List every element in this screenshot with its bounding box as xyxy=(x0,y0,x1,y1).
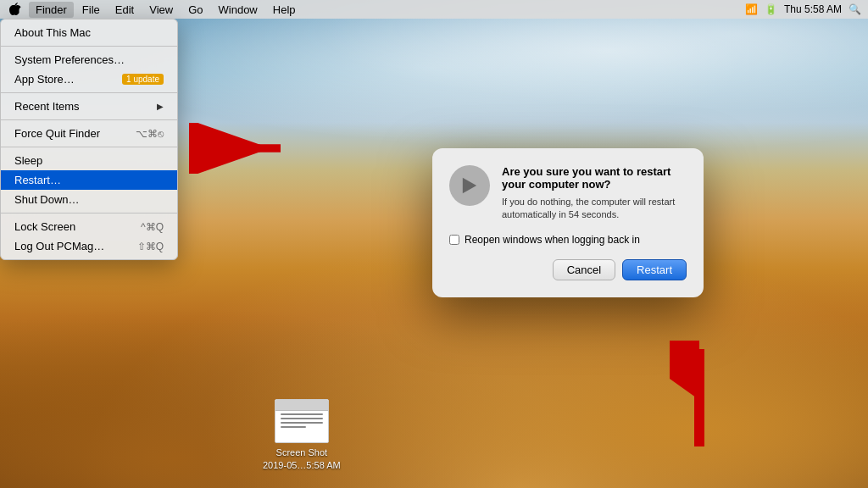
lock-screen-shortcut: ^⌘Q xyxy=(141,221,164,233)
log-out[interactable]: Log Out PCMag… ⇧⌘Q xyxy=(1,236,177,256)
lock-screen[interactable]: Lock Screen ^⌘Q xyxy=(1,217,177,236)
restart-dialog: Are you sure you want to restart your co… xyxy=(432,148,704,297)
shut-down[interactable]: Shut Down… xyxy=(1,190,177,209)
app-store[interactable]: App Store… 1 update xyxy=(1,69,177,89)
restart[interactable]: Restart… xyxy=(1,170,177,190)
window-menu[interactable]: Window xyxy=(212,2,264,18)
dialog-content: Are you sure you want to restart your co… xyxy=(449,165,687,222)
app-store-badge: 1 update xyxy=(122,74,164,85)
arrow-left-indicator xyxy=(182,123,284,177)
icon-decoration xyxy=(281,413,323,430)
svg-marker-2 xyxy=(463,178,476,194)
help-menu[interactable]: Help xyxy=(266,2,303,18)
recent-items[interactable]: Recent Items ▶ xyxy=(1,97,177,116)
dialog-title: Are you sure you want to restart your co… xyxy=(502,165,687,191)
wifi-icon[interactable]: 📶 xyxy=(745,3,758,15)
dialog-text: Are you sure you want to restart your co… xyxy=(502,165,687,222)
about-this-mac[interactable]: About This Mac xyxy=(1,23,177,42)
battery-icon: 🔋 xyxy=(765,3,777,15)
edit-menu[interactable]: Edit xyxy=(108,2,141,18)
reopen-windows-checkbox[interactable] xyxy=(449,235,459,245)
restart-button[interactable]: Restart xyxy=(622,259,687,280)
view-menu[interactable]: View xyxy=(142,2,180,18)
apple-menu-dropdown: About This Mac System Preferences… App S… xyxy=(0,19,178,260)
icon-label: Screen Shot 2019-05…5:58 AM xyxy=(263,446,341,471)
screenshot-thumbnail xyxy=(275,399,329,443)
recent-items-arrow: ▶ xyxy=(157,102,164,111)
separator-3 xyxy=(1,119,177,120)
restart-icon xyxy=(449,165,490,206)
separator-1 xyxy=(1,46,177,47)
dialog-body: If you do nothing, the computer will res… xyxy=(502,196,687,222)
reopen-windows-option: Reopen windows when logging back in xyxy=(449,234,687,246)
sleep[interactable]: Sleep xyxy=(1,151,177,170)
go-menu[interactable]: Go xyxy=(181,2,209,18)
menu-bar: Finder File Edit View Go Window Help 📶 🔋… xyxy=(0,0,868,19)
cancel-button[interactable]: Cancel xyxy=(553,259,615,280)
dialog-buttons: Cancel Restart xyxy=(449,259,687,280)
arrow-up-indicator xyxy=(670,341,729,454)
spotlight-icon[interactable]: 🔍 xyxy=(849,3,861,15)
separator-2 xyxy=(1,92,177,93)
reopen-windows-label: Reopen windows when logging back in xyxy=(465,234,640,246)
log-out-shortcut: ⇧⌘Q xyxy=(137,241,164,252)
desktop-icon-screenshot[interactable]: Screen Shot 2019-05…5:58 AM xyxy=(263,399,341,471)
finder-menu[interactable]: Finder xyxy=(29,2,74,18)
force-quit-shortcut: ⌥⌘⎋ xyxy=(136,128,164,140)
file-menu[interactable]: File xyxy=(75,2,107,18)
apple-logo-icon xyxy=(9,3,21,17)
clock: Thu 5:58 AM xyxy=(784,3,842,15)
separator-5 xyxy=(1,213,177,214)
menu-bar-right: 📶 🔋 Thu 5:58 AM 🔍 xyxy=(745,3,861,15)
force-quit[interactable]: Force Quit Finder ⌥⌘⎋ xyxy=(1,124,177,143)
system-preferences[interactable]: System Preferences… xyxy=(1,50,177,69)
separator-4 xyxy=(1,147,177,147)
apple-menu-button[interactable] xyxy=(7,1,24,18)
